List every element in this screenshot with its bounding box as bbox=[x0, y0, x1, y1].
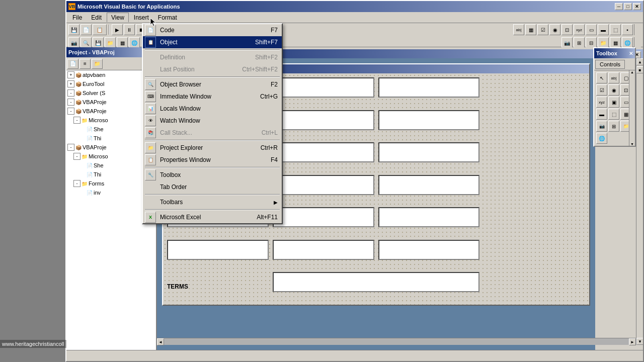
form-control-18[interactable] bbox=[378, 240, 480, 260]
minimize-button[interactable]: ─ bbox=[615, 3, 623, 10]
toolbar-right-1[interactable]: ab| bbox=[513, 24, 524, 35]
menu-separator-4 bbox=[145, 167, 280, 168]
menu-item-code[interactable]: 📄 Code F7 bbox=[143, 24, 282, 36]
menu-item-localswindow[interactable]: 📊 Locals Window bbox=[143, 103, 282, 115]
expand-icon[interactable]: - bbox=[73, 153, 80, 160]
menu-item-taborder[interactable]: Tab Order bbox=[143, 181, 282, 193]
toolbar2-right-6[interactable]: 🌐 bbox=[622, 37, 633, 48]
toolbox-item-combo[interactable]: ▣ bbox=[608, 97, 619, 108]
expand-icon[interactable]: - bbox=[73, 180, 80, 187]
menu-item-microsoftexcel[interactable]: X Microsoft Excel Alt+F11 bbox=[143, 211, 282, 223]
toolbox-item-checkbox[interactable]: ☑ bbox=[596, 84, 607, 96]
expand-icon[interactable]: - bbox=[67, 99, 74, 106]
menu-item-format[interactable]: Format bbox=[154, 13, 181, 22]
toolbox-item-plus[interactable]: ⊞ bbox=[608, 121, 619, 132]
toolbar2-right-5[interactable]: ▦ bbox=[610, 37, 621, 48]
excel-icon: X bbox=[145, 212, 156, 223]
menu-item-file[interactable]: File bbox=[68, 13, 86, 22]
toolbar2-right-2[interactable]: ⊞ bbox=[574, 37, 585, 48]
form-control-9[interactable] bbox=[378, 142, 480, 162]
form-control-14[interactable] bbox=[273, 207, 374, 227]
vertical-scrollbar[interactable]: ▲ ■ ▼ bbox=[636, 58, 643, 345]
menu-item-projectexplorer[interactable]: 📁 Project Explorer Ctrl+R bbox=[143, 142, 282, 154]
form-control-3[interactable] bbox=[378, 77, 480, 98]
toolbar-right-3[interactable]: ☑ bbox=[537, 24, 548, 35]
toolbar2-6[interactable]: 🌐 bbox=[129, 37, 140, 48]
toolbox-controls-tab: Controls bbox=[594, 58, 635, 70]
form-control-15[interactable] bbox=[378, 207, 480, 227]
toolbars-submenu-arrow: ▶ bbox=[274, 200, 280, 205]
form-control-16[interactable] bbox=[167, 240, 269, 260]
restore-button[interactable]: □ bbox=[624, 3, 632, 10]
toolbar2-right-4[interactable]: 📁 bbox=[598, 37, 609, 48]
form-control-17[interactable] bbox=[273, 240, 374, 260]
toolbar-right-5[interactable]: ⊡ bbox=[561, 24, 573, 35]
toolbar2-3[interactable]: 💾 bbox=[93, 37, 104, 48]
toolbox-item-scroll[interactable]: ▬ bbox=[596, 109, 607, 120]
menu-label-definition: Definition bbox=[158, 54, 255, 61]
toolbar-right-10[interactable]: ▪ bbox=[622, 24, 633, 35]
expand-icon[interactable]: - bbox=[67, 144, 74, 151]
toolbar-btn-1[interactable]: 💾 bbox=[68, 24, 79, 35]
menu-label-toolbars: Toolbars bbox=[158, 199, 274, 206]
toolbar-right-8[interactable]: ▬ bbox=[598, 24, 609, 35]
toolbox-item-ab[interactable]: ab| bbox=[608, 72, 619, 83]
toolbar-btn-5[interactable]: ⏸ bbox=[124, 24, 135, 35]
toolbox-item-pointer[interactable]: ↖ bbox=[596, 72, 607, 83]
form-control-2[interactable] bbox=[273, 77, 374, 98]
menu-separator-3 bbox=[145, 140, 280, 141]
menu-item-watchwindow[interactable]: 👁 Watch Window bbox=[143, 115, 282, 127]
menu-label-projectexplorer: Project Explorer bbox=[158, 144, 261, 151]
panel-btn-view[interactable]: ≡ bbox=[79, 59, 91, 69]
toolbar2-right-1[interactable]: 📷 bbox=[561, 37, 573, 48]
expand-icon[interactable]: - bbox=[67, 89, 74, 97]
panel-btn-folder[interactable]: 📁 bbox=[92, 59, 103, 69]
menu-item-object[interactable]: 📋 Object Shift+F7 bbox=[143, 36, 282, 48]
toolbar2-5[interactable]: ▦ bbox=[117, 37, 128, 48]
toolbar-btn-3[interactable]: 📋 bbox=[93, 24, 107, 35]
toolbox-item-globe[interactable]: 🌐 bbox=[596, 133, 607, 144]
menu-item-toolbars[interactable]: Toolbars ▶ bbox=[143, 196, 282, 208]
toolbar-right-9[interactable]: ⬚ bbox=[610, 24, 621, 35]
form-control-12[interactable] bbox=[378, 175, 480, 195]
menu-item-immediatewindow[interactable]: ⌨ Immediate Window Ctrl+G bbox=[143, 90, 282, 103]
menu-item-propertieswindow[interactable]: 📋 Properties Window F4 bbox=[143, 154, 282, 166]
menu-label-objectbrowser: Object Browser bbox=[158, 81, 271, 88]
toolbar-right-2[interactable]: ▦ bbox=[525, 24, 536, 35]
toolbox-close-btn[interactable]: ✕ bbox=[629, 51, 633, 56]
expand-icon[interactable]: + bbox=[67, 71, 74, 78]
menu-item-view[interactable]: View bbox=[107, 13, 129, 22]
expand-icon[interactable]: - bbox=[73, 117, 80, 124]
menu-item-edit[interactable]: Edit bbox=[87, 13, 106, 22]
expand-icon[interactable]: - bbox=[67, 108, 74, 115]
toolbar2-1[interactable]: 📷 bbox=[68, 37, 79, 48]
menu-item-toolbox[interactable]: 🔧 Toolbox bbox=[143, 169, 282, 181]
form-control-terms[interactable] bbox=[273, 272, 480, 292]
toolbox-item-pic[interactable]: 📷 bbox=[596, 121, 607, 132]
form-control-11[interactable] bbox=[273, 175, 374, 195]
form-control-8[interactable] bbox=[273, 142, 374, 162]
close-button[interactable]: ✕ bbox=[633, 3, 641, 10]
toolbar-right-7[interactable]: ▭ bbox=[586, 24, 597, 35]
toolbox-tab-controls[interactable]: Controls bbox=[595, 60, 625, 69]
menu-label-immediatewindow: Immediate Window bbox=[158, 93, 260, 100]
panel-btn-code[interactable]: 📄 bbox=[67, 59, 78, 69]
horizontal-scrollbar[interactable]: ◄ ► bbox=[157, 338, 636, 345]
toolbar-btn-4[interactable]: ▶ bbox=[112, 24, 123, 35]
toolbar2-2[interactable]: 🔍 bbox=[80, 37, 92, 48]
menu-icon-cell-watch: 👁 bbox=[143, 115, 158, 127]
menu-icon-cell-excel: X bbox=[143, 211, 158, 223]
form-control-5[interactable] bbox=[273, 110, 374, 130]
toolbar2-4[interactable]: 📁 bbox=[105, 37, 116, 48]
toolbar-btn-2[interactable]: 📄 bbox=[80, 24, 92, 35]
expand-icon[interactable]: + bbox=[67, 80, 74, 87]
toolbox-item-xyz[interactable]: xyz bbox=[596, 97, 607, 108]
toolbox-item-spin[interactable]: ⬚ bbox=[608, 109, 619, 120]
toolbar-right-4[interactable]: ◉ bbox=[549, 24, 560, 35]
toolbar-right-6[interactable]: xyz bbox=[574, 24, 585, 35]
menu-item-objectbrowser[interactable]: 🔍 Object Browser F2 bbox=[143, 78, 282, 90]
toolbox-item-radio[interactable]: ◉ bbox=[608, 84, 619, 96]
form-control-6[interactable] bbox=[378, 110, 480, 130]
toolbar2-right-3[interactable]: ⊟ bbox=[586, 37, 597, 48]
toolbox-scrollbar[interactable]: ▲ ▼ bbox=[629, 70, 635, 146]
